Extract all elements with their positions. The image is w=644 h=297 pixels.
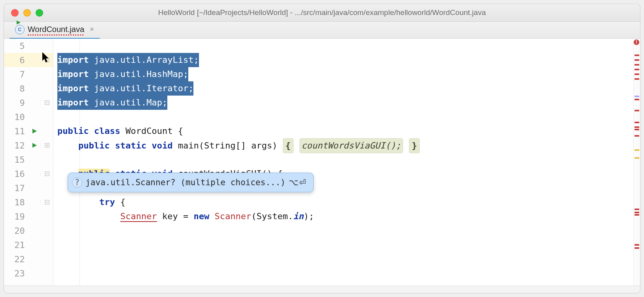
- stripe-marker[interactable]: [635, 96, 639, 97]
- stripe-marker[interactable]: [635, 59, 639, 61]
- mouse-cursor-icon: [42, 52, 50, 63]
- hint-text: java.util.Scanner? (multiple choices...): [85, 175, 286, 190]
- code-row: Scanner key = new Scanner(System.in);: [53, 209, 640, 224]
- maximize-window-button[interactable]: [36, 9, 43, 17]
- tab-close-button[interactable]: ×: [90, 25, 94, 34]
- code-row: import java.util.Map;: [53, 96, 640, 110]
- line-number: 11: [4, 126, 29, 136]
- line-number: 6: [4, 55, 29, 65]
- line-number: 20: [4, 226, 29, 236]
- editor[interactable]: 5 6 7 8 9 10 11: [4, 39, 640, 286]
- line-number: 5: [4, 41, 29, 51]
- line-number: 16: [4, 169, 29, 179]
- stripe-marker[interactable]: [635, 247, 639, 249]
- stripe-marker[interactable]: [635, 122, 639, 123]
- gutter[interactable]: 5 6 7 8 9 10 11: [4, 39, 53, 286]
- code-row: [53, 238, 640, 252]
- stripe-marker[interactable]: [635, 69, 639, 70]
- code-row: import java.util.ArrayList;: [53, 53, 640, 67]
- tab-name: WordCount.java: [28, 25, 84, 34]
- line-number: 21: [4, 240, 29, 250]
- stripe-marker[interactable]: [635, 73, 639, 75]
- code-row: import java.util.Iterator;: [53, 81, 640, 96]
- line-number: 17: [4, 183, 29, 193]
- svg-marker-14: [42, 52, 49, 62]
- stripe-marker[interactable]: [635, 209, 639, 210]
- close-window-button[interactable]: [11, 9, 19, 17]
- fold-expand-icon[interactable]: [40, 143, 53, 148]
- error-summary-icon[interactable]: !: [634, 39, 639, 45]
- error-stripe[interactable]: !: [633, 39, 640, 286]
- code-row: try {: [53, 195, 640, 209]
- svg-marker-0: [17, 21, 21, 24]
- code-row: [53, 252, 640, 266]
- code-row: public static void main(String[] args) {…: [53, 138, 640, 152]
- line-number: 22: [4, 254, 29, 264]
- svg-marker-6: [32, 143, 37, 148]
- stripe-marker[interactable]: [635, 244, 639, 246]
- code-row: [53, 39, 640, 53]
- stripe-marker[interactable]: [635, 129, 639, 130]
- import-hint-popup[interactable]: ? java.util.Scanner? (multiple choices..…: [68, 173, 314, 192]
- line-number: 7: [4, 70, 29, 79]
- code-row: import java.util.HashMap;: [53, 67, 640, 81]
- stripe-marker[interactable]: [635, 212, 639, 213]
- ide-window: HelloWorld [~/IdeaProjects/HelloWorld] -…: [4, 4, 640, 293]
- question-icon: ?: [72, 177, 82, 188]
- stripe-marker[interactable]: [635, 110, 639, 111]
- stripe-marker[interactable]: [635, 126, 639, 128]
- code-row: public class WordCount {: [53, 124, 640, 138]
- line-number: 23: [4, 269, 29, 278]
- titlebar[interactable]: HelloWorld [~/IdeaProjects/HelloWorld] -…: [4, 4, 640, 22]
- line-number: 15: [4, 155, 29, 165]
- stripe-marker[interactable]: [635, 64, 639, 66]
- fold-toggle[interactable]: [40, 171, 53, 176]
- stripe-marker[interactable]: [635, 78, 639, 80]
- code-row: [53, 224, 640, 238]
- code-row: [53, 266, 640, 280]
- line-number: 19: [4, 212, 29, 222]
- status-bar: [4, 286, 640, 293]
- line-number: 10: [4, 112, 29, 122]
- hint-shortcut: ⌥⏎: [289, 175, 307, 190]
- stripe-marker[interactable]: [635, 157, 639, 159]
- minimize-window-button[interactable]: [23, 9, 31, 17]
- svg-marker-5: [32, 129, 37, 133]
- line-number: 12: [4, 141, 29, 150]
- stripe-marker[interactable]: [635, 99, 639, 100]
- line-number: 9: [4, 98, 29, 108]
- tab-wordcount[interactable]: C WordCount.java ×: [9, 21, 100, 39]
- editor-tabs-bar: C WordCount.java ×: [4, 22, 640, 39]
- error-squiggle-icon: [28, 34, 84, 36]
- code-row: [53, 110, 640, 124]
- window-controls: [11, 9, 43, 17]
- fold-toggle[interactable]: [40, 100, 53, 105]
- stripe-marker[interactable]: [635, 214, 639, 216]
- java-class-icon: C: [15, 25, 25, 34]
- line-number: 18: [4, 197, 29, 207]
- window-title: HelloWorld [~/IdeaProjects/HelloWorld] -…: [4, 8, 640, 17]
- fold-toggle[interactable]: [40, 200, 53, 205]
- stripe-marker[interactable]: [635, 55, 639, 56]
- stripe-marker[interactable]: [635, 149, 639, 151]
- code-area[interactable]: import java.util.ArrayList; import java.…: [53, 39, 640, 286]
- line-number: 8: [4, 84, 29, 94]
- run-gutter-icon[interactable]: [29, 128, 40, 134]
- run-gutter-icon[interactable]: [29, 143, 40, 148]
- stripe-marker[interactable]: [635, 135, 639, 137]
- code-row: [53, 152, 640, 167]
